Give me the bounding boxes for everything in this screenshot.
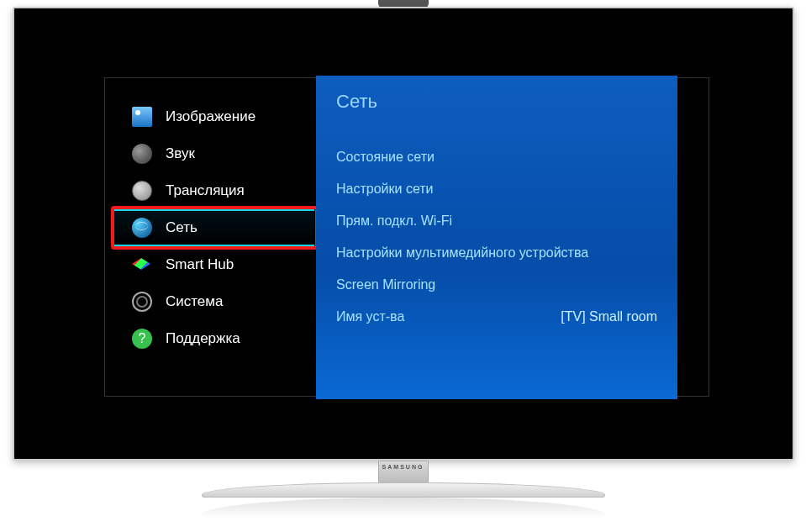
sidebar-item-label: Система [166, 293, 223, 310]
tv-stand-base [202, 482, 605, 498]
settings-sidebar: Изображение Звук Трансляция Сеть Smart H… [117, 98, 314, 357]
broadcast-icon [132, 181, 152, 201]
sound-icon [132, 144, 152, 164]
panel-item-label: Настройки сети [336, 182, 434, 197]
sidebar-item-label: Сеть [166, 219, 198, 236]
sidebar-item-label: Изображение [166, 108, 255, 125]
panel-item-label: Прям. подкл. Wi-Fi [336, 213, 452, 229]
tv-brand-label: SAMSUNG [382, 464, 424, 470]
panel-item-device-name[interactable]: Имя уст-ва [TV] Small room [336, 301, 657, 333]
tv-stand-reflection [202, 498, 605, 519]
panel-title: Сеть [336, 91, 657, 113]
tv-screen: Изображение Звук Трансляция Сеть Smart H… [20, 14, 787, 453]
sidebar-item-smarthub[interactable]: Smart Hub [117, 246, 314, 283]
network-icon [132, 218, 152, 238]
sidebar-item-label: Поддержка [166, 330, 240, 347]
sidebar-item-label: Smart Hub [166, 256, 234, 273]
panel-item-value: [TV] Small room [561, 309, 657, 324]
system-icon [132, 292, 152, 312]
panel-item-screen-mirroring[interactable]: Screen Mirroring [336, 269, 657, 301]
sidebar-item-label: Звук [166, 145, 195, 162]
support-icon: ? [132, 329, 152, 349]
panel-item-network-status[interactable]: Состояние сети [336, 141, 657, 173]
panel-item-label: Состояние сети [336, 150, 435, 165]
tv-frame: Изображение Звук Трансляция Сеть Smart H… [13, 7, 794, 461]
network-panel: Сеть Состояние сети Настройки сети Прям.… [316, 76, 677, 399]
sidebar-item-label: Трансляция [166, 182, 245, 199]
sidebar-item-network[interactable]: Сеть [113, 209, 314, 246]
panel-item-wifi-direct[interactable]: Прям. подкл. Wi-Fi [336, 205, 657, 237]
panel-item-multimedia-settings[interactable]: Настройки мультимедийного устройства [336, 237, 657, 269]
sidebar-item-support[interactable]: ? Поддержка [117, 320, 314, 357]
sidebar-item-broadcast[interactable]: Трансляция [117, 172, 314, 209]
panel-item-label: Настройки мультимедийного устройства [336, 245, 588, 261]
sidebar-item-sound[interactable]: Звук [117, 135, 314, 172]
smarthub-icon [132, 255, 152, 275]
panel-item-label: Имя уст-ва [336, 309, 404, 324]
panel-item-network-settings[interactable]: Настройки сети [336, 173, 657, 205]
picture-icon [132, 107, 152, 127]
sidebar-item-picture[interactable]: Изображение [117, 98, 314, 135]
sidebar-item-system[interactable]: Система [117, 283, 314, 320]
panel-item-label: Screen Mirroring [336, 277, 435, 292]
